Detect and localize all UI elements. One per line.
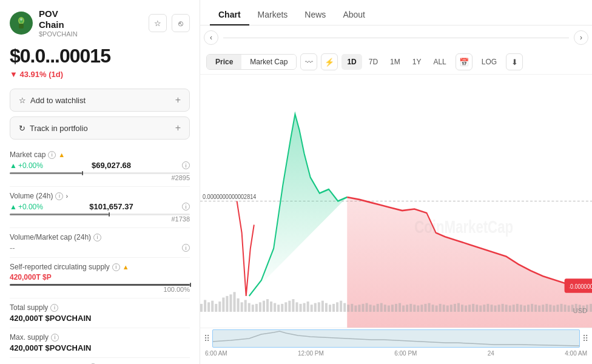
vol-mktcap-info-right[interactable]: i bbox=[182, 244, 190, 252]
svg-rect-84 bbox=[479, 306, 482, 312]
svg-rect-38 bbox=[311, 305, 313, 312]
svg-rect-88 bbox=[494, 306, 497, 312]
volume-row: Volume (24h) i › ▲+0.00% $101,657.37 i #… bbox=[10, 187, 190, 228]
supply-info-icon[interactable]: i bbox=[112, 263, 120, 271]
left-panel: POVChain $POVCHAIN ☆ ⎋ $0.0...00015 ▼ 43… bbox=[0, 0, 200, 364]
svg-rect-90 bbox=[502, 304, 504, 312]
svg-rect-32 bbox=[288, 301, 291, 312]
svg-rect-9 bbox=[204, 300, 206, 312]
market-cap-info-right[interactable]: i bbox=[182, 161, 190, 169]
mini-chart-area: ⠿ ⠿ 6:00 AM 12:00 PM 6:00 PM 24 4:00 AM bbox=[200, 328, 592, 364]
svg-rect-14 bbox=[222, 297, 224, 311]
plus-icon: + bbox=[175, 95, 181, 106]
svg-rect-47 bbox=[343, 303, 346, 312]
svg-rect-58 bbox=[384, 305, 386, 312]
add-watchlist-button[interactable]: ☆ Add to watchlist + bbox=[10, 89, 190, 112]
svg-rect-54 bbox=[369, 305, 372, 312]
svg-rect-71 bbox=[432, 305, 434, 312]
svg-rect-105 bbox=[556, 305, 559, 312]
svg-rect-65 bbox=[409, 304, 412, 312]
svg-rect-42 bbox=[325, 303, 328, 312]
svg-rect-106 bbox=[560, 304, 563, 312]
tab-about[interactable]: About bbox=[334, 5, 374, 25]
right-panel: Chart Markets News About ‹ › Price Marke… bbox=[200, 0, 592, 364]
fdmc-row: Fully diluted market cap i $63,002.95 bbox=[10, 358, 190, 364]
period-7d[interactable]: 7D bbox=[363, 54, 383, 70]
svg-rect-107 bbox=[564, 305, 567, 312]
mini-handle-right[interactable]: ⠿ bbox=[582, 334, 588, 343]
volume-info-right[interactable]: i bbox=[182, 203, 190, 211]
mini-time-5: 4:00 AM bbox=[565, 350, 587, 357]
nav-next-button[interactable]: › bbox=[574, 30, 588, 45]
tab-news[interactable]: News bbox=[296, 5, 334, 25]
svg-rect-52 bbox=[362, 304, 364, 312]
candle-chart-icon-btn[interactable]: ⚡ bbox=[321, 53, 338, 70]
total-supply-info[interactable]: i bbox=[50, 304, 58, 312]
svg-rect-34 bbox=[295, 302, 298, 312]
svg-rect-114 bbox=[590, 304, 592, 312]
volume-chevron[interactable]: › bbox=[66, 192, 68, 200]
svg-rect-104 bbox=[553, 306, 555, 312]
coin-name: POVChain bbox=[39, 8, 78, 30]
svg-rect-77 bbox=[454, 304, 456, 312]
watchlist-label: Add to watchlist bbox=[30, 96, 86, 105]
svg-rect-39 bbox=[314, 303, 317, 312]
market-cap-info-icon[interactable]: i bbox=[48, 151, 56, 159]
svg-rect-86 bbox=[486, 304, 489, 312]
period-1y[interactable]: 1Y bbox=[407, 54, 427, 70]
svg-rect-94 bbox=[516, 304, 519, 312]
svg-rect-83 bbox=[476, 305, 478, 312]
svg-rect-72 bbox=[436, 306, 438, 312]
usd-label: USD bbox=[573, 307, 587, 314]
period-1m[interactable]: 1M bbox=[385, 54, 406, 70]
svg-rect-79 bbox=[461, 305, 463, 312]
marketcap-button[interactable]: Market Cap bbox=[241, 55, 296, 69]
calendar-icon-btn[interactable]: 📅 bbox=[456, 53, 473, 70]
svg-rect-73 bbox=[439, 304, 442, 312]
volume-info-icon[interactable]: i bbox=[55, 192, 63, 200]
tab-markets[interactable]: Markets bbox=[249, 5, 297, 25]
svg-rect-17 bbox=[234, 292, 236, 312]
market-cap-rank: #2895 bbox=[10, 174, 190, 181]
volume-change: ▲+0.00% bbox=[10, 203, 43, 211]
nav-prev-button[interactable]: ‹ bbox=[204, 30, 218, 45]
svg-rect-91 bbox=[505, 305, 508, 312]
max-supply-label: Max. supply bbox=[10, 333, 49, 342]
svg-rect-43 bbox=[329, 305, 331, 312]
svg-rect-36 bbox=[303, 303, 306, 312]
price-button[interactable]: Price bbox=[207, 55, 241, 69]
mini-handle-left[interactable]: ⠿ bbox=[204, 334, 210, 343]
period-all[interactable]: ALL bbox=[428, 54, 451, 70]
svg-rect-102 bbox=[545, 304, 548, 312]
star-button[interactable]: ☆ bbox=[149, 14, 167, 32]
svg-rect-61 bbox=[395, 304, 397, 312]
svg-rect-50 bbox=[354, 306, 357, 312]
vol-mktcap-info-icon[interactable]: i bbox=[93, 234, 101, 241]
track-portfolio-button[interactable]: ↻ Track in portfolio + bbox=[10, 116, 190, 140]
log-button[interactable]: LOG bbox=[476, 54, 502, 70]
price-change-text: ▼ 43.91% (1d) bbox=[10, 70, 63, 79]
coin-ticker: $POVCHAIN bbox=[39, 30, 78, 38]
period-group: 1D 7D 1M 1Y ALL bbox=[341, 54, 451, 70]
max-supply-info[interactable]: i bbox=[51, 334, 59, 342]
share-button[interactable]: ⎋ bbox=[172, 14, 190, 32]
svg-rect-100 bbox=[538, 306, 540, 312]
market-cap-value: $69,027.68 bbox=[92, 161, 131, 170]
download-icon-btn[interactable]: ⬇ bbox=[506, 53, 523, 70]
svg-rect-11 bbox=[211, 301, 214, 312]
mini-time-4: 24 bbox=[488, 350, 494, 357]
mini-chart-svg bbox=[212, 329, 580, 348]
market-cap-label: Market cap bbox=[10, 150, 45, 159]
svg-rect-87 bbox=[490, 305, 493, 312]
svg-rect-108 bbox=[568, 306, 570, 312]
line-chart-icon-btn[interactable]: 〰 bbox=[300, 53, 317, 70]
supply-warn-icon: ▲ bbox=[123, 263, 129, 271]
market-cap-change: ▲+0.00% bbox=[10, 161, 43, 170]
svg-rect-93 bbox=[513, 305, 515, 312]
period-1d[interactable]: 1D bbox=[341, 54, 362, 70]
tab-nav: ‹ › bbox=[200, 25, 592, 50]
supply-percent: 100.00% bbox=[10, 286, 190, 293]
supply-row: Self-reported circulating supply i ▲ 420… bbox=[10, 258, 190, 298]
mini-handles: ⠿ ⠿ bbox=[200, 328, 592, 349]
tab-chart[interactable]: Chart bbox=[210, 5, 249, 25]
